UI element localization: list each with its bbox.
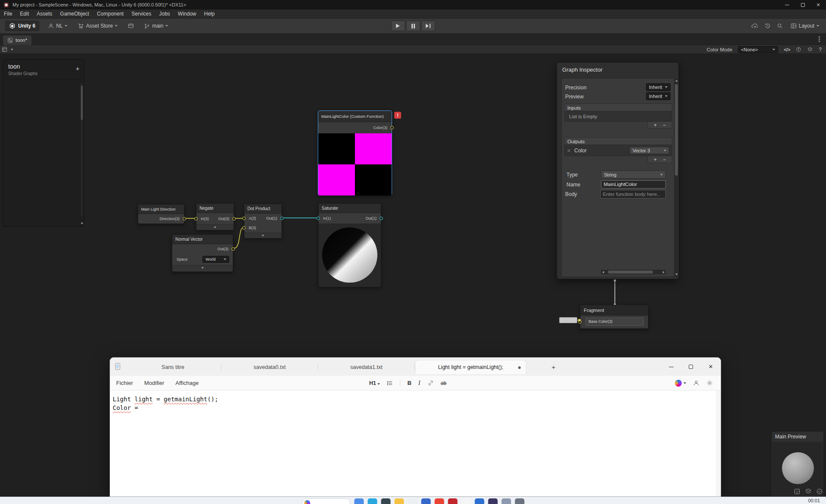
node-dot-product[interactable]: Dot Product A(3) Out(1) B(3)	[244, 204, 282, 238]
taskbar-app-icon[interactable]	[461, 498, 471, 504]
body-field[interactable]: Enter function body here..	[600, 190, 666, 198]
taskbar-app-icon[interactable]	[408, 498, 417, 504]
menu-window[interactable]: Window	[174, 9, 200, 18]
heading-dropdown[interactable]: H1	[369, 380, 380, 386]
scroll-right-icon[interactable]	[663, 271, 665, 274]
node-saturate[interactable]: Saturate In(1) Out(1)	[318, 203, 381, 287]
console-status-button[interactable]	[805, 488, 812, 495]
scroll-left-icon[interactable]	[602, 271, 604, 274]
add-output-button[interactable]: +	[654, 157, 657, 163]
list-dropdown[interactable]	[387, 380, 393, 386]
node-normal-vector[interactable]: Normal Vector Out(3) Space World	[172, 234, 233, 272]
remove-input-button[interactable]: −	[663, 122, 666, 128]
drag-handle-icon[interactable]: =	[567, 145, 570, 156]
node-collapse-button[interactable]	[196, 224, 234, 230]
base-color-swatch[interactable]	[559, 317, 577, 323]
port-out[interactable]	[232, 217, 236, 220]
tab-toon[interactable]: toon*	[3, 35, 32, 45]
taskbar-app-icon[interactable]	[421, 498, 430, 504]
name-field[interactable]: MainLightColor	[601, 180, 666, 189]
port-direction-out[interactable]	[183, 217, 186, 220]
port-out[interactable]	[280, 217, 284, 220]
remove-output-button[interactable]: −	[663, 157, 666, 163]
layout-dropdown[interactable]: Layout	[789, 21, 821, 31]
taskbar-app-icon[interactable]	[367, 498, 377, 504]
preview-dropdown[interactable]: Inherit	[646, 92, 671, 100]
taskbar-app-icon[interactable]	[448, 498, 457, 504]
step-button[interactable]	[421, 21, 435, 31]
scrollbar-thumb[interactable]	[675, 84, 678, 176]
close-button[interactable]	[810, 0, 826, 9]
search-button[interactable]	[777, 23, 783, 29]
graph-inspector-panel[interactable]: Graph Inspector Precision Inherit Previe…	[557, 62, 679, 279]
blackboard-scrollbar[interactable]	[81, 83, 83, 217]
space-dropdown[interactable]: World	[203, 256, 229, 263]
editor-content[interactable]: Light light = getmainLight();Color =	[110, 391, 716, 496]
play-button[interactable]	[391, 21, 405, 31]
port-out[interactable]	[380, 217, 383, 220]
port-b[interactable]	[242, 226, 246, 230]
wire-normal-to-dot-b[interactable]	[233, 227, 244, 249]
port-color-out[interactable]	[390, 126, 394, 129]
node-main-light-direction[interactable]: Main Light Direction Direction(3)	[138, 204, 184, 224]
scroll-down-icon[interactable]	[81, 223, 83, 224]
menu-file[interactable]: File	[0, 9, 16, 18]
maximize-button[interactable]	[795, 0, 810, 9]
notepad-window[interactable]: Sans titre savedata0.txt savedata1.txt L…	[110, 357, 721, 497]
scroll-down-icon[interactable]	[675, 274, 678, 275]
notepad-tab-1[interactable]: Sans titre	[125, 360, 221, 374]
menu-modifier[interactable]: Modifier	[144, 380, 164, 386]
notepad-tab-3[interactable]: savedata1.txt	[318, 360, 415, 374]
port-in[interactable]	[316, 217, 320, 220]
notepad-maximize-button[interactable]	[681, 358, 701, 376]
color-mode-dropdown[interactable]: <None>	[738, 46, 778, 53]
history-button[interactable]	[765, 23, 771, 29]
branch-dropdown[interactable]: main	[142, 21, 170, 31]
pause-button[interactable]	[406, 21, 420, 31]
taskbar-app-icon[interactable]	[434, 498, 444, 504]
taskbar-app-icon[interactable]	[515, 498, 524, 504]
settings-button[interactable]	[706, 380, 713, 386]
menu-jobs[interactable]: Jobs	[155, 9, 174, 18]
menu-component[interactable]: Component	[93, 9, 127, 18]
node-mainlightcolor-custom-function[interactable]: MainLightColor (Custom Function) Color(3…	[318, 110, 392, 195]
taskbar-app-icon[interactable]	[354, 498, 364, 504]
port-in[interactable]	[194, 217, 198, 220]
help-button[interactable]: ?	[819, 47, 822, 53]
taskbar-app-icon[interactable]	[488, 498, 497, 504]
chevron-down-icon[interactable]	[11, 49, 13, 50]
taskbar-app-icon[interactable]	[475, 498, 484, 504]
minimize-button[interactable]	[779, 0, 795, 9]
menu-gameobject[interactable]: GameObject	[56, 9, 93, 18]
scroll-up-icon[interactable]	[675, 80, 678, 82]
strikethrough-button[interactable]: ab	[441, 380, 446, 386]
menu-edit[interactable]: Edit	[16, 9, 33, 18]
progress-status-button[interactable]	[794, 488, 801, 495]
version-control-button[interactable]	[126, 21, 136, 31]
taskbar-app-icon[interactable]	[501, 498, 511, 504]
node-collapse-button[interactable]	[172, 265, 233, 271]
account-button[interactable]	[693, 380, 699, 386]
more-options-icon[interactable]	[819, 38, 820, 40]
add-property-button[interactable]: +	[76, 65, 79, 72]
taskbar-app-icon[interactable]	[394, 498, 404, 504]
error-badge[interactable]: !	[394, 112, 401, 119]
menu-fichier[interactable]: Fichier	[116, 380, 133, 386]
blackboard-toggle-button[interactable]	[807, 47, 813, 52]
output-type-dropdown[interactable]: Vector 3	[630, 147, 669, 154]
bake-status-button[interactable]	[816, 488, 823, 495]
menu-affichage[interactable]: Affichage	[175, 380, 199, 386]
blackboard-panel[interactable]: toon Shader Graphs +	[3, 59, 84, 227]
node-fragment[interactable]: Fragment Base Color(3)	[580, 305, 649, 329]
notepad-tab-active[interactable]: Light light = getmainLight();	[415, 360, 526, 374]
menu-services[interactable]: Services	[127, 9, 155, 18]
port-out[interactable]	[231, 247, 235, 251]
link-button[interactable]	[427, 380, 434, 386]
notepad-close-button[interactable]	[701, 358, 721, 376]
main-preview-panel[interactable]: Main Preview	[771, 431, 824, 497]
code-view-button[interactable]: </>	[784, 47, 790, 52]
save-asset-button[interactable]	[2, 47, 7, 52]
menu-help[interactable]: Help	[200, 9, 219, 18]
precision-dropdown[interactable]: Inherit	[646, 83, 671, 91]
node-collapse-button[interactable]	[244, 233, 282, 238]
